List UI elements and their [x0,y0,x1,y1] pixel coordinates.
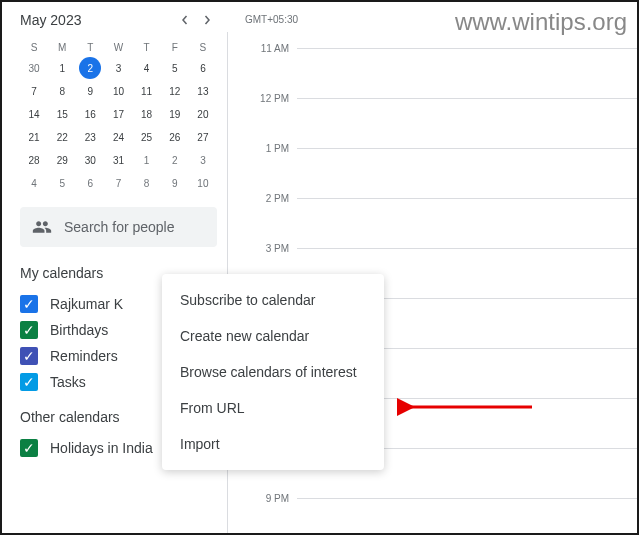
check-icon: ✓ [23,297,35,311]
calendar-label: Tasks [50,374,86,390]
check-icon: ✓ [23,441,35,455]
calendar-day[interactable]: 3 [104,57,132,80]
calendar-label: Holidays in India [50,440,153,456]
menu-item[interactable]: Import [162,426,384,462]
hour-line [297,148,637,149]
hour-line [297,498,637,499]
timezone-label: GMT+05:30 [245,14,298,25]
calendar-day[interactable]: 18 [133,103,161,126]
day-of-week-header: F [161,38,189,57]
calendar-day[interactable]: 17 [104,103,132,126]
calendar-day[interactable]: 31 [104,149,132,172]
prev-month-button[interactable] [175,10,195,30]
calendar-checkbox[interactable]: ✓ [20,321,38,339]
calendar-day[interactable]: 21 [20,126,48,149]
time-label: 3 PM [266,243,289,254]
calendar-day[interactable]: 23 [76,126,104,149]
time-label: 12 PM [260,93,289,104]
calendar-day[interactable]: 4 [20,172,48,195]
day-of-week-header: W [104,38,132,57]
calendar-day[interactable]: 1 [48,57,76,80]
time-label: 1 PM [266,143,289,154]
check-icon: ✓ [23,349,35,363]
calendar-day[interactable]: 5 [161,57,189,80]
calendar-day[interactable]: 25 [133,126,161,149]
calendar-day[interactable]: 29 [48,149,76,172]
hour-line [297,248,637,249]
calendar-checkbox[interactable]: ✓ [20,373,38,391]
calendar-day[interactable]: 6 [76,172,104,195]
time-label: 11 AM [261,43,289,54]
day-of-week-header: S [189,38,217,57]
menu-item[interactable]: Subscribe to calendar [162,282,384,318]
calendar-day[interactable]: 2 [161,149,189,172]
calendar-checkbox[interactable]: ✓ [20,295,38,313]
calendar-label: Reminders [50,348,118,364]
calendar-day[interactable]: 6 [189,57,217,80]
calendar-day[interactable]: 8 [133,172,161,195]
calendar-day[interactable]: 30 [20,57,48,80]
people-icon [32,217,52,237]
calendar-day[interactable]: 12 [161,80,189,103]
chevron-left-icon [180,15,190,25]
calendar-day[interactable]: 7 [20,80,48,103]
calendar-day[interactable]: 15 [48,103,76,126]
calendar-day[interactable]: 16 [76,103,104,126]
check-icon: ✓ [23,375,35,389]
add-calendar-menu: Subscribe to calendarCreate new calendar… [162,274,384,470]
calendar-day[interactable]: 22 [48,126,76,149]
calendar-day[interactable]: 11 [133,80,161,103]
calendar-checkbox[interactable]: ✓ [20,347,38,365]
chevron-right-icon [202,15,212,25]
calendar-day[interactable]: 10 [189,172,217,195]
calendar-day[interactable]: 26 [161,126,189,149]
calendar-day[interactable]: 27 [189,126,217,149]
hour-line [297,48,637,49]
calendar-day[interactable]: 1 [133,149,161,172]
search-placeholder: Search for people [64,219,175,235]
calendar-checkbox[interactable]: ✓ [20,439,38,457]
calendar-day[interactable]: 20 [189,103,217,126]
calendar-grid: SMTWTFS301234567891011121314151617181920… [20,38,217,195]
calendar-day[interactable]: 28 [20,149,48,172]
time-label: 9 PM [266,493,289,504]
annotation-arrow [397,397,537,417]
day-of-week-header: T [133,38,161,57]
check-icon: ✓ [23,323,35,337]
calendar-day[interactable]: 3 [189,149,217,172]
calendar-label: Rajkumar K [50,296,123,312]
time-label: 2 PM [266,193,289,204]
next-month-button[interactable] [197,10,217,30]
calendar-day[interactable]: 8 [48,80,76,103]
calendar-day[interactable]: 4 [133,57,161,80]
menu-item[interactable]: From URL [162,390,384,426]
menu-item[interactable]: Create new calendar [162,318,384,354]
calendar-day[interactable]: 19 [161,103,189,126]
calendar-label: Birthdays [50,322,108,338]
hour-line [297,98,637,99]
calendar-day[interactable]: 7 [104,172,132,195]
calendar-day[interactable]: 30 [76,149,104,172]
search-people-button[interactable]: Search for people [20,207,217,247]
calendar-day[interactable]: 14 [20,103,48,126]
day-of-week-header: M [48,38,76,57]
calendar-day[interactable]: 5 [48,172,76,195]
day-of-week-header: T [76,38,104,57]
day-of-week-header: S [20,38,48,57]
calendar-day[interactable]: 10 [104,80,132,103]
calendar-day[interactable]: 9 [161,172,189,195]
calendar-day[interactable]: 9 [76,80,104,103]
calendar-day[interactable]: 24 [104,126,132,149]
watermark: www.wintips.org [455,8,627,36]
menu-item[interactable]: Browse calendars of interest [162,354,384,390]
calendar-day[interactable]: 2 [79,57,101,79]
month-title: May 2023 [20,12,173,28]
hour-line [297,198,637,199]
calendar-day[interactable]: 13 [189,80,217,103]
